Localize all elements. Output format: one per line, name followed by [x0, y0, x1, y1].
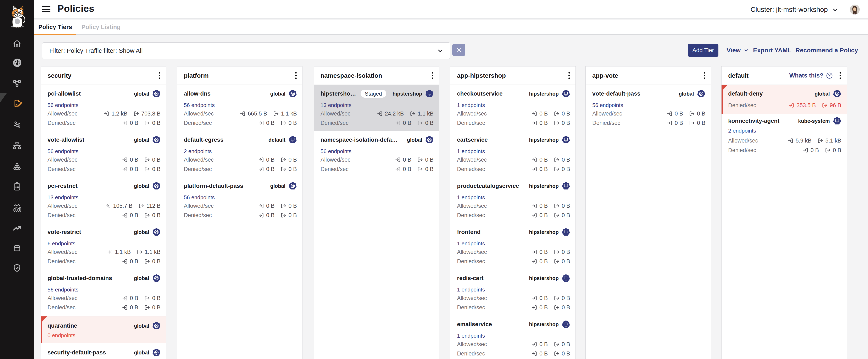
svg-text:ns: ns	[565, 279, 566, 281]
svg-text:ns: ns	[565, 95, 566, 96]
svg-text:ns: ns	[565, 233, 566, 234]
svg-text:ns: ns	[292, 141, 293, 142]
svg-text:ns: ns	[565, 187, 566, 188]
svg-text:ns: ns	[565, 326, 566, 327]
svg-text:ns: ns	[429, 95, 430, 96]
svg-text:ns: ns	[565, 141, 566, 142]
svg-text:ns: ns	[836, 122, 838, 123]
